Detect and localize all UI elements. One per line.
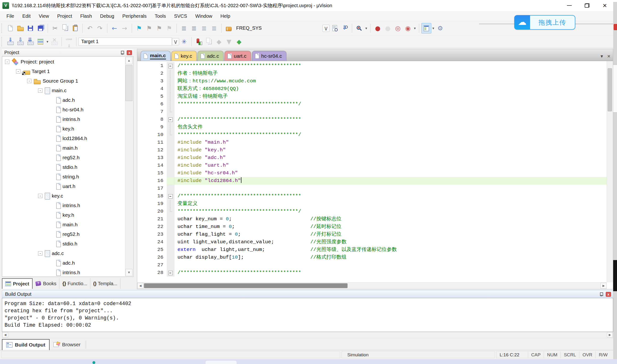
tree-item-key-h[interactable]: key.h bbox=[3, 210, 125, 220]
panel-tab-functio-[interactable]: {}Functio... bbox=[59, 278, 90, 289]
code-line-17[interactable]: 17 bbox=[137, 185, 607, 192]
build-output-scrollbar[interactable]: ◀ ▶ bbox=[2, 332, 613, 338]
build-output-close-icon[interactable]: x bbox=[606, 292, 611, 297]
insert-bookmark-button[interactable]: ⚑ bbox=[134, 23, 144, 34]
menu-file[interactable]: File bbox=[2, 12, 18, 20]
tree-item-reg52-h[interactable]: reg52.h bbox=[3, 229, 125, 239]
menu-peripherals[interactable]: Peripherals bbox=[118, 12, 151, 20]
configure-tools-wrench-button[interactable]: ⚙ bbox=[435, 23, 445, 34]
scroll-down-arrow-icon[interactable]: ▼ bbox=[126, 269, 132, 276]
code-line-9[interactable]: 9包含头文件 bbox=[137, 123, 607, 131]
build-target-button[interactable] bbox=[15, 36, 25, 47]
code-line-21[interactable]: 21uchar key_num = 0; //按键标志位 bbox=[137, 215, 607, 223]
code-line-14[interactable]: 14#include "uart.h" bbox=[137, 162, 607, 169]
collapse-expander-icon[interactable]: - bbox=[16, 69, 20, 74]
scroll-right-arrow-icon[interactable]: ▶ bbox=[601, 283, 607, 288]
editor-tab-uart-c[interactable]: uart.c bbox=[224, 51, 251, 61]
breakpoints-dropdown-caret[interactable]: ▾ bbox=[413, 26, 417, 30]
code-line-12[interactable]: 12#include "key.h" bbox=[137, 146, 607, 154]
tree-item-intrins-h[interactable]: intrins.h bbox=[3, 201, 125, 210]
scroll-up-arrow-icon[interactable]: ▲ bbox=[126, 57, 132, 64]
window-layout-button[interactable] bbox=[421, 23, 431, 34]
code-line-25[interactable]: 25extern uchar light,uart_num; //光照等级、以及… bbox=[137, 246, 607, 254]
open-file-button[interactable] bbox=[15, 23, 25, 34]
tree-item-intrins-h[interactable]: intrins.h bbox=[3, 115, 125, 124]
code-line-10[interactable]: 10**************************************… bbox=[137, 131, 607, 139]
tree-item-key-h[interactable]: key.h bbox=[3, 124, 125, 134]
options-for-target-wand-button[interactable]: ✳ bbox=[179, 36, 189, 47]
save-all-button[interactable] bbox=[35, 23, 46, 34]
new-file-button[interactable] bbox=[5, 23, 15, 34]
code-line-11[interactable]: 11#include "main.h" bbox=[137, 139, 607, 146]
panel-tab-project[interactable]: Project bbox=[2, 278, 33, 289]
tree-item-key-c[interactable]: -key.c bbox=[3, 191, 125, 201]
kill-all-breakpoints-button[interactable]: ◉ bbox=[403, 23, 413, 34]
collapse-expander-icon[interactable]: - bbox=[38, 88, 42, 93]
code-line-27[interactable]: 27 bbox=[137, 261, 607, 269]
code-line-16[interactable]: 16#include "lcd12864.h" bbox=[137, 177, 607, 185]
tree-item-stdio-h[interactable]: stdio.h bbox=[3, 239, 125, 248]
output-tab-browser[interactable]: Browser bbox=[50, 339, 84, 350]
editor-horizontal-scrollbar[interactable]: ◀ ▶ bbox=[137, 282, 607, 289]
code-line-15[interactable]: 15#include "hc-sr04.h" bbox=[137, 169, 607, 177]
scrollbar-thumb[interactable] bbox=[126, 65, 132, 101]
restore-button[interactable] bbox=[582, 1, 592, 10]
insert-breakpoint-button[interactable]: ● bbox=[373, 23, 383, 34]
tree-item-adc-h[interactable]: adc.h bbox=[3, 258, 125, 268]
code-line-26[interactable]: 26uchar display_buf[10]; //格式打印数组 bbox=[137, 254, 607, 261]
unindent-button[interactable]: ≣ bbox=[189, 23, 199, 34]
editor-tab-adc-c[interactable]: adc.c bbox=[197, 51, 223, 61]
code-line-2[interactable]: 2作者：特纳斯电子 bbox=[137, 70, 607, 77]
collapse-expander-icon[interactable]: - bbox=[5, 60, 9, 64]
stop-build-button[interactable] bbox=[49, 36, 59, 47]
download-load-button[interactable] bbox=[64, 36, 74, 47]
menu-svcs[interactable]: SVCS bbox=[170, 12, 191, 20]
tree-item-adc-c[interactable]: -adc.c bbox=[3, 248, 125, 258]
manage-project-items-button[interactable] bbox=[204, 36, 214, 47]
tree-item-main-h[interactable]: main.h bbox=[3, 143, 125, 153]
project-panel-close-icon[interactable]: x bbox=[127, 50, 132, 55]
code-line-20[interactable]: 20**************************************… bbox=[137, 208, 607, 215]
vertical-splitter[interactable] bbox=[133, 49, 137, 289]
window-layout-dropdown-caret[interactable]: ▾ bbox=[431, 26, 435, 30]
fold-collapse-icon[interactable] bbox=[167, 62, 174, 70]
build-output-log[interactable]: Program Size: data=60.1 xdata=0 code=440… bbox=[2, 298, 613, 332]
tree-item-reg52-h[interactable]: reg52.h bbox=[3, 153, 125, 162]
fold-collapse-icon[interactable] bbox=[167, 192, 174, 200]
scroll-right-arrow-icon[interactable]: ▶ bbox=[607, 332, 613, 338]
editor-tab-main-c[interactable]: main.c bbox=[141, 51, 171, 61]
code-line-7[interactable]: 7 bbox=[137, 108, 607, 116]
cut-button[interactable]: ✂ bbox=[50, 23, 60, 34]
editor-vertical-scrollbar[interactable] bbox=[607, 61, 613, 282]
find-in-files-button[interactable] bbox=[329, 23, 340, 34]
comment-selection-button[interactable]: ≣ bbox=[199, 23, 209, 34]
uncomment-selection-button[interactable]: ≣ bbox=[209, 23, 219, 34]
editor-tab-hc-sr04-c[interactable]: hc-sr04.c bbox=[252, 51, 287, 61]
scroll-left-arrow-icon[interactable]: ◀ bbox=[2, 332, 8, 338]
tree-item-hc-sr04-h[interactable]: hc-sr04.h bbox=[3, 105, 125, 115]
menu-help[interactable]: Help bbox=[216, 12, 234, 20]
pack-installer-button[interactable]: ◆ bbox=[234, 36, 244, 47]
code-line-4[interactable]: 4联系方式：46580829(QQ) bbox=[137, 85, 607, 93]
tree-item-target-1[interactable]: -Target 1 bbox=[3, 66, 125, 76]
tree-item-adc-h[interactable]: adc.h bbox=[3, 95, 125, 105]
multi-project-workspace-button[interactable]: ◆ bbox=[214, 36, 224, 47]
close-button[interactable]: × bbox=[599, 1, 610, 10]
manage-run-time-environment-button[interactable] bbox=[194, 36, 204, 47]
search-text-combo[interactable]: FREQ_SYS bbox=[234, 24, 322, 32]
menu-tools[interactable]: Tools bbox=[151, 12, 170, 20]
collapse-expander-icon[interactable]: - bbox=[27, 79, 31, 83]
menu-flash[interactable]: Flash bbox=[76, 12, 96, 20]
code-line-28[interactable]: 28/*************************************… bbox=[137, 269, 607, 277]
target-select[interactable]: Target 1 bbox=[79, 38, 172, 46]
menu-edit[interactable]: Edit bbox=[18, 12, 35, 20]
find-symbols-dropdown-caret[interactable]: ▾ bbox=[364, 26, 368, 30]
code-line-5[interactable]: 5淘宝店铺：特纳斯电子 bbox=[137, 93, 607, 100]
target-select-dropdown-button[interactable]: ∨ bbox=[172, 38, 179, 45]
redo-button[interactable]: ↷ bbox=[95, 23, 105, 34]
search-combo-dropdown-button[interactable]: ∨ bbox=[322, 25, 329, 32]
code-line-24[interactable]: 24uint light_value,distance_value; //光照强… bbox=[137, 238, 607, 246]
previous-bookmark-button[interactable]: ⚑ bbox=[154, 23, 164, 34]
menu-window[interactable]: Window bbox=[191, 12, 216, 20]
enable-disable-breakpoints-button[interactable]: ◎ bbox=[393, 23, 403, 34]
